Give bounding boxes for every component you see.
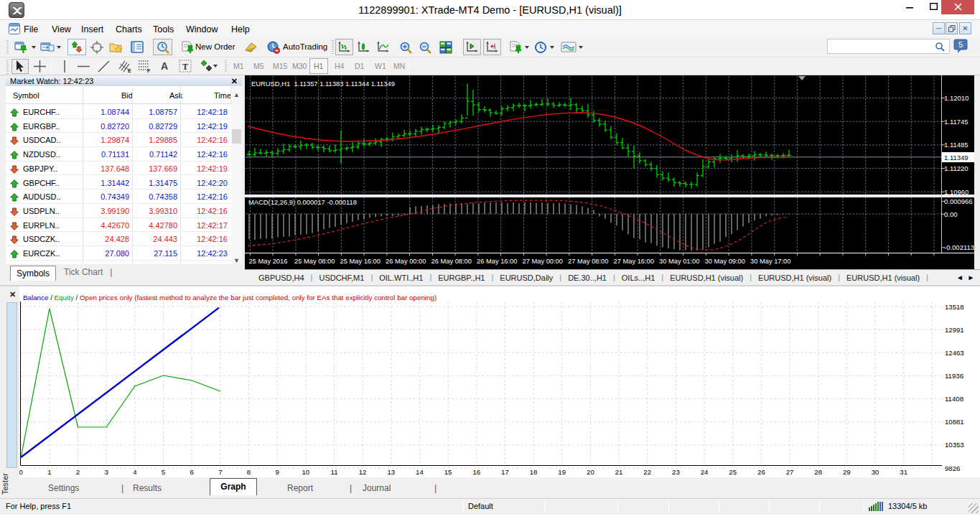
svg-text:19: 19 [558,468,566,476]
svg-text:25 May 2016: 25 May 2016 [249,258,288,265]
svg-text:12463: 12463 [945,349,964,357]
svg-text:3: 3 [105,468,108,476]
svg-text:4: 4 [133,468,137,476]
svg-text:0: 0 [19,468,23,476]
svg-text:1.11220: 1.11220 [944,164,969,172]
svg-text:24: 24 [701,468,709,476]
svg-text:21: 21 [615,468,623,476]
svg-text:13: 13 [387,468,395,476]
svg-text:28: 28 [814,468,822,476]
svg-text:31: 31 [900,468,907,476]
svg-text:1.10960: 1.10960 [944,188,969,196]
svg-text:12991: 12991 [945,326,964,334]
svg-text:14: 14 [416,468,424,476]
svg-text:0.000966: 0.000966 [944,197,973,205]
svg-text:16: 16 [472,468,480,476]
svg-text:EURUSD,H1 1.11357 1.11383 1.1: EURUSD,H1 1.11357 1.11383 1.11344 1.1134… [251,80,395,88]
svg-text:1.11745: 1.11745 [944,118,969,126]
svg-text:1: 1 [47,468,51,476]
svg-text:7: 7 [218,468,222,476]
svg-text:18: 18 [530,468,538,476]
svg-text:29: 29 [843,468,851,476]
svg-text:MACD(12,26,9) 0.000017 -0.0001: MACD(12,26,9) 0.000017 -0.000118 [248,198,357,206]
svg-text:E: E [128,68,131,73]
svg-text:0.00: 0.00 [944,210,958,218]
svg-text:10881: 10881 [945,418,964,426]
svg-text:26 May 00:00: 26 May 00:00 [386,258,426,265]
svg-text:10353: 10353 [945,441,964,449]
svg-text:30 May 09:00: 30 May 09:00 [705,258,745,265]
svg-text:17: 17 [501,468,509,476]
svg-text:13518: 13518 [945,303,964,311]
svg-text:27 May 16:00: 27 May 16:00 [614,258,654,265]
svg-text:26 May 08:00: 26 May 08:00 [431,258,472,265]
svg-text:27: 27 [786,468,794,476]
svg-text:15: 15 [444,468,452,476]
svg-text:6: 6 [190,468,194,476]
svg-text:27 May 08:00: 27 May 08:00 [568,258,608,265]
svg-text:26: 26 [757,468,765,476]
svg-text:T: T [182,62,188,72]
svg-text:5: 5 [958,40,963,49]
svg-text:25 May 16:00: 25 May 16:00 [340,258,381,265]
svg-text:20: 20 [587,468,594,476]
svg-text:12: 12 [359,468,367,476]
svg-text:25: 25 [729,468,737,476]
svg-text:10: 10 [302,468,309,476]
svg-text:5: 5 [162,468,165,476]
svg-text:11408: 11408 [945,395,963,403]
svg-text:-0.002113: -0.002113 [944,243,974,251]
svg-text:1.11349: 1.11349 [944,154,969,162]
svg-text:23: 23 [672,468,680,476]
svg-text:30 May 17:00: 30 May 17:00 [750,258,790,265]
svg-text:8: 8 [247,468,251,476]
svg-text:30: 30 [872,468,879,476]
svg-text:26 May 16:00: 26 May 16:00 [477,258,517,265]
svg-text:2: 2 [76,468,80,476]
svg-text:9: 9 [275,468,279,476]
svg-text:30 May 01:00: 30 May 01:00 [659,258,699,265]
svg-text:F: F [147,68,151,73]
svg-text:27 May 00:00: 27 May 00:00 [523,258,563,265]
svg-text:9826: 9826 [945,464,960,472]
svg-text:11: 11 [331,468,338,476]
svg-text:22: 22 [643,468,651,476]
svg-text:1.11485: 1.11485 [944,141,969,149]
svg-text:1.12010: 1.12010 [944,94,969,102]
svg-text:11936: 11936 [945,372,963,380]
svg-text:25 May 08:00: 25 May 08:00 [294,258,335,265]
